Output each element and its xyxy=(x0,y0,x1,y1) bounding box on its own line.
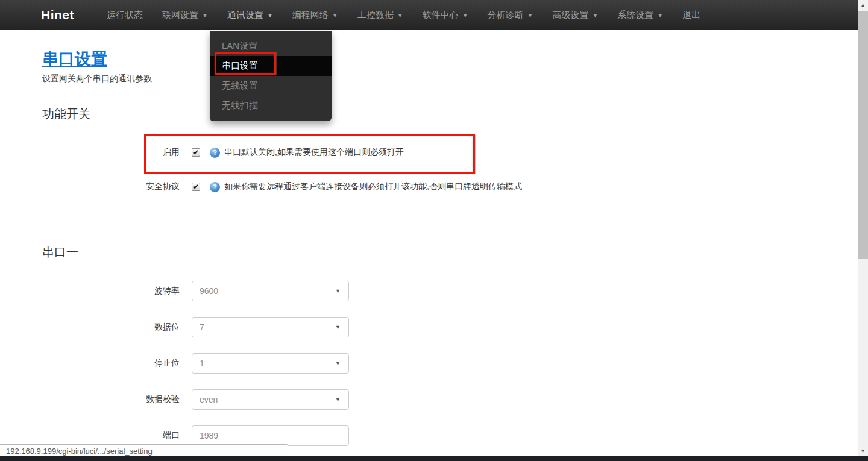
window-bottom-edge xyxy=(0,456,868,461)
security-protocol-row: 安全协议 ✔ ? 如果你需要远程通过客户端连接设备则必须打开该功能,否则串口牌透… xyxy=(42,180,522,194)
brand-logo[interactable]: Hinet xyxy=(41,8,74,22)
section-heading-serial1: 串口一 xyxy=(42,244,78,260)
link-preview-statusbar: 192.168.9.199/cgi-bin/luci/.../serial_se… xyxy=(0,444,288,457)
caret-down-icon: ▼ xyxy=(332,13,338,19)
nav-item-software-center[interactable]: 软件中心 ▼ xyxy=(413,0,478,30)
nav-item-system-settings[interactable]: 系统设置 ▼ xyxy=(608,0,673,30)
port-label: 端口 xyxy=(42,430,180,441)
nav-item-analysis-diagnosis[interactable]: 分析诊断 ▼ xyxy=(478,0,543,30)
caret-down-icon: ▼ xyxy=(657,13,663,19)
port-input[interactable] xyxy=(192,425,349,446)
annotation-rect-enable-row xyxy=(144,134,475,174)
caret-down-icon: ▼ xyxy=(267,13,273,19)
security-protocol-checkbox[interactable]: ✔ xyxy=(192,183,200,191)
scrollbar-thumb[interactable] xyxy=(858,11,868,259)
nav-item-label: 退出 xyxy=(682,10,700,21)
stop-bits-row: 停止位 1 ▼ xyxy=(42,353,349,374)
dropdown-item-wireless-settings[interactable]: 无线设置 xyxy=(210,76,332,96)
nav-item-label: 联网设置 xyxy=(162,10,198,21)
caret-down-icon: ▼ xyxy=(202,13,208,19)
scroll-up-button[interactable]: ▲ xyxy=(858,0,868,10)
top-navbar: Hinet 运行状态 联网设置 ▼ 通讯设置 ▼ 编程网络 ▼ 工控数据 ▼ 软… xyxy=(0,0,858,30)
page-title: 串口设置 xyxy=(42,48,107,70)
caret-down-icon: ▼ xyxy=(527,13,533,19)
link-preview-url: 192.168.9.199/cgi-bin/luci/.../serial_se… xyxy=(6,447,153,456)
nav-item-label: 软件中心 xyxy=(423,10,459,21)
baud-rate-select[interactable]: 9600 ▼ xyxy=(192,281,349,301)
nav-item-logout[interactable]: 退出 xyxy=(673,0,710,30)
nav-item-comm-settings[interactable]: 通讯设置 ▼ xyxy=(218,0,283,30)
nav-item-label: 分析诊断 xyxy=(488,10,524,21)
security-protocol-help-text: 如果你需要远程通过客户端连接设备则必须打开该功能,否则串口牌透明传输模式 xyxy=(224,181,522,192)
parity-row: 数据校验 even ▼ xyxy=(42,389,349,410)
nav-item-industrial-data[interactable]: 工控数据 ▼ xyxy=(348,0,413,30)
data-bits-select[interactable]: 7 ▼ xyxy=(192,317,349,337)
annotation-rect-serial-menu xyxy=(215,52,276,75)
data-bits-row: 数据位 7 ▼ xyxy=(42,317,349,337)
baud-rate-row: 波特率 9600 ▼ xyxy=(42,281,349,301)
nav-item-run-status[interactable]: 运行状态 xyxy=(97,0,153,30)
page-subtitle: 设置网关两个串口的通讯参数 xyxy=(42,74,152,84)
port-row: 端口 xyxy=(42,425,349,446)
data-bits-value: 7 xyxy=(200,322,204,332)
baud-rate-label: 波特率 xyxy=(42,286,180,296)
parity-select[interactable]: even ▼ xyxy=(192,389,349,410)
select-arrow-icon: ▼ xyxy=(335,288,341,294)
help-icon: ? xyxy=(210,182,220,192)
section-heading-switches: 功能开关 xyxy=(42,106,90,122)
check-icon: ✔ xyxy=(193,183,199,191)
nav-item-network-settings[interactable]: 联网设置 ▼ xyxy=(153,0,218,30)
select-arrow-icon: ▼ xyxy=(335,397,341,403)
scroll-up-icon: ▲ xyxy=(861,2,866,8)
comm-settings-dropdown: LAN设置 串口设置 无线设置 无线扫描 xyxy=(210,31,332,121)
nav-item-label: 通讯设置 xyxy=(227,10,263,21)
caret-down-icon: ▼ xyxy=(397,13,403,19)
nav-item-label: 编程网络 xyxy=(292,10,329,21)
vertical-scrollbar[interactable]: ▲ ▼ xyxy=(858,0,868,456)
stop-bits-value: 1 xyxy=(200,359,204,368)
nav-item-programming-network[interactable]: 编程网络 ▼ xyxy=(283,0,348,30)
parity-label: 数据校验 xyxy=(42,394,180,405)
nav-item-label: 运行状态 xyxy=(107,10,143,21)
nav-item-label: 高级设置 xyxy=(552,10,588,21)
baud-rate-value: 9600 xyxy=(200,286,218,296)
dropdown-item-wireless-scan[interactable]: 无线扫描 xyxy=(210,96,332,116)
stop-bits-label: 停止位 xyxy=(42,358,180,369)
stop-bits-select[interactable]: 1 ▼ xyxy=(192,353,349,374)
security-protocol-label: 安全协议 xyxy=(42,181,180,192)
nav-item-label: 系统设置 xyxy=(617,10,653,21)
caret-down-icon: ▼ xyxy=(592,13,598,19)
parity-value: even xyxy=(200,395,218,404)
nav-menu: 运行状态 联网设置 ▼ 通讯设置 ▼ 编程网络 ▼ 工控数据 ▼ 软件中心 ▼ … xyxy=(97,0,710,30)
nav-item-label: 工控数据 xyxy=(357,10,394,21)
data-bits-label: 数据位 xyxy=(42,322,180,333)
scroll-down-button[interactable]: ▼ xyxy=(858,446,868,456)
scroll-down-icon: ▼ xyxy=(861,448,866,454)
select-arrow-icon: ▼ xyxy=(335,324,341,330)
caret-down-icon: ▼ xyxy=(462,13,468,19)
select-arrow-icon: ▼ xyxy=(335,360,341,366)
nav-item-advanced-settings[interactable]: 高级设置 ▼ xyxy=(542,0,608,30)
